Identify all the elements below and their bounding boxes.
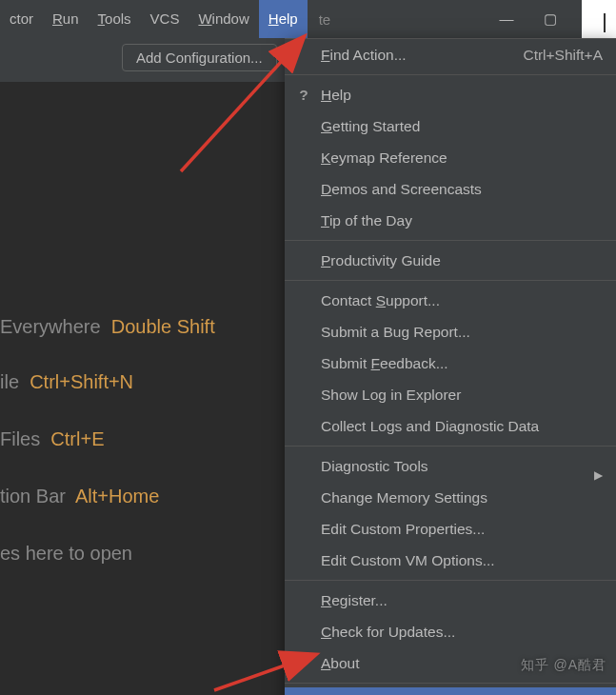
menu-register[interactable]: Register...	[285, 585, 616, 616]
menu-item-refactor-cut[interactable]: ctor	[0, 0, 43, 38]
menu-item-window[interactable]: Window	[189, 0, 258, 38]
menu-contact-support[interactable]: Contact Support...	[285, 285, 616, 316]
menu-separator	[285, 74, 616, 75]
menu-item-help[interactable]: Help	[259, 0, 308, 38]
menu-diagnostic-tools[interactable]: Diagnostic Tools▶	[285, 450, 616, 482]
add-configuration-button[interactable]: Add Configuration...	[122, 44, 277, 71]
tip-go-to-file: ile Ctrl+Shift+N	[0, 371, 133, 393]
project-name: te	[308, 11, 343, 28]
question-icon: ?	[294, 79, 313, 110]
menu-eval-reset[interactable]: ↶Eval Reset	[285, 687, 616, 695]
menu-collect-logs[interactable]: Collect Logs and Diagnostic Data	[285, 410, 616, 442]
tip-recent-files: Files Ctrl+E	[0, 428, 104, 450]
menu-show-log[interactable]: Show Log in Explorer	[285, 379, 616, 410]
tip-search-everywhere: Everywhere Double Shift	[0, 316, 215, 338]
undo-icon: ↶	[294, 687, 313, 695]
menu-item-tools[interactable]: Tools	[89, 0, 141, 38]
watermark: 知乎 @A酷君	[521, 657, 606, 674]
help-dropdown-menu: Find Action...Ctrl+Shift+A ?Help Getting…	[285, 38, 616, 695]
menu-getting-started[interactable]: Getting Started	[285, 110, 616, 142]
menu-edit-custom-properties[interactable]: Edit Custom Properties...	[285, 513, 616, 545]
menu-submit-bug-report[interactable]: Submit a Bug Report...	[285, 316, 616, 348]
menu-separator	[285, 580, 616, 581]
menu-item-vcs[interactable]: VCS	[141, 0, 189, 38]
menu-tip-of-the-day[interactable]: Tip of the Day	[285, 205, 616, 236]
menu-demos-screencasts[interactable]: Demos and Screencasts	[285, 173, 616, 205]
menu-edit-custom-vm-options[interactable]: Edit Custom VM Options...	[285, 545, 616, 576]
menu-separator	[285, 446, 616, 447]
text-cursor	[604, 13, 606, 32]
menu-help[interactable]: ?Help	[285, 79, 616, 110]
window-minimize-button[interactable]: —	[485, 0, 528, 38]
menu-keymap-reference[interactable]: Keymap Reference	[285, 142, 616, 173]
menu-check-for-updates[interactable]: Check for Updates...	[285, 616, 616, 647]
menubar: ctor Run Tools VCS Window Help te — ▢ ✕	[0, 0, 616, 38]
menu-item-run[interactable]: Run	[43, 0, 89, 38]
menu-change-memory-settings[interactable]: Change Memory Settings	[285, 482, 616, 513]
menu-submit-feedback[interactable]: Submit Feedback...	[285, 348, 616, 379]
menu-productivity-guide[interactable]: Productivity Guide	[285, 245, 616, 276]
tip-drop-files: es here to open	[0, 543, 132, 565]
menu-find-action[interactable]: Find Action...Ctrl+Shift+A	[285, 39, 616, 70]
window-maximize-button[interactable]: ▢	[528, 0, 572, 38]
tip-navigation-bar: tion Bar Alt+Home	[0, 486, 159, 507]
top-right-strip	[582, 0, 616, 38]
menu-separator	[285, 280, 616, 281]
menu-separator	[285, 240, 616, 241]
menu-separator	[285, 683, 616, 684]
